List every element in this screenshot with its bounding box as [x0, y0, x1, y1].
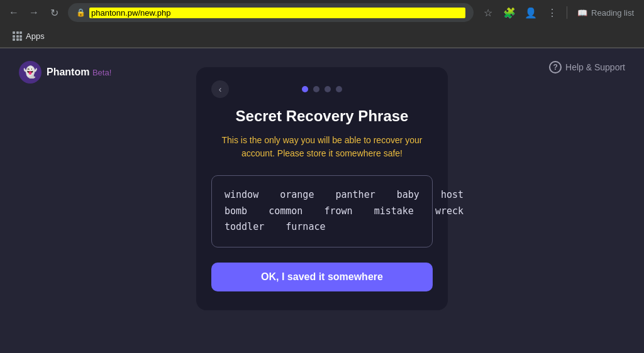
phantom-logo: 👻 Phantom Beta!: [19, 61, 111, 84]
recovery-phrase-card: ‹ Secret Recovery Phrase This is the onl…: [196, 67, 448, 310]
reading-list-label: Reading list: [591, 8, 634, 18]
phantom-name: Phantom: [47, 67, 89, 77]
card-subtitle: This is the only way you will be able to…: [211, 134, 433, 160]
dots-nav: ‹: [211, 86, 433, 92]
help-support-label: Help & Support: [565, 62, 625, 72]
apps-grid-dot: [19, 38, 22, 41]
phantom-beta-label: Beta!: [92, 68, 111, 77]
toolbar-actions: ☆ 🧩 👤 ⋮ 📖 Reading list: [479, 3, 639, 22]
forward-button[interactable]: →: [25, 4, 43, 21]
apps-grid-dot: [19, 31, 22, 34]
nav-dot-1: [302, 86, 308, 92]
reading-list-button[interactable]: 📖 Reading list: [572, 6, 639, 20]
apps-grid-dot: [13, 38, 15, 41]
reload-button[interactable]: ↻: [45, 4, 63, 21]
apps-grid-icon: [13, 31, 22, 41]
apps-button[interactable]: Apps: [8, 29, 50, 43]
nav-dot-4: [336, 86, 342, 92]
bookmarks-bar: Apps: [0, 25, 644, 48]
seed-phrase-box: window orange panther baby host bomb com…: [211, 175, 433, 247]
apps-grid-dot: [16, 31, 19, 34]
apps-grid-dot: [19, 35, 22, 38]
page-content: 👻 Phantom Beta! ? Help & Support ‹ Secre…: [0, 48, 644, 353]
reading-list-divider: [567, 6, 567, 19]
help-support-link[interactable]: ? Help & Support: [549, 61, 625, 73]
card-back-button[interactable]: ‹: [211, 80, 229, 98]
help-question-icon: ?: [549, 61, 562, 73]
nav-dot-2: [313, 86, 319, 92]
bookmark-button[interactable]: ☆: [479, 3, 497, 22]
apps-label: Apps: [26, 31, 45, 41]
browser-chrome: ← → ↻ 🔒 ☆ 🧩 👤 ⋮ 📖 Reading list: [0, 0, 644, 48]
address-input[interactable]: [89, 8, 465, 18]
ok-saved-button[interactable]: OK, I saved it somewhere: [211, 263, 433, 291]
card-title: Secret Recovery Phrase: [236, 107, 409, 125]
back-button[interactable]: ←: [5, 4, 23, 21]
apps-grid-dot: [13, 35, 15, 38]
nav-dot-3: [325, 86, 331, 92]
address-bar-container[interactable]: 🔒: [68, 3, 474, 22]
profile-button[interactable]: 👤: [521, 3, 540, 22]
lock-icon: 🔒: [76, 8, 86, 17]
more-button[interactable]: ⋮: [543, 3, 562, 22]
phantom-ghost-icon: 👻: [23, 65, 37, 79]
extensions-button[interactable]: 🧩: [500, 3, 519, 22]
phantom-name-group: Phantom Beta!: [47, 67, 111, 78]
apps-grid-dot: [13, 31, 15, 34]
phantom-icon-circle: 👻: [19, 61, 42, 84]
seed-phrase-text: window orange panther baby host bomb com…: [225, 187, 419, 236]
reading-list-icon: 📖: [577, 8, 587, 18]
apps-grid-dot: [16, 38, 19, 41]
apps-grid-dot: [16, 35, 19, 38]
browser-toolbar: ← → ↻ 🔒 ☆ 🧩 👤 ⋮ 📖 Reading list: [0, 0, 644, 25]
nav-buttons: ← → ↻: [5, 4, 63, 21]
